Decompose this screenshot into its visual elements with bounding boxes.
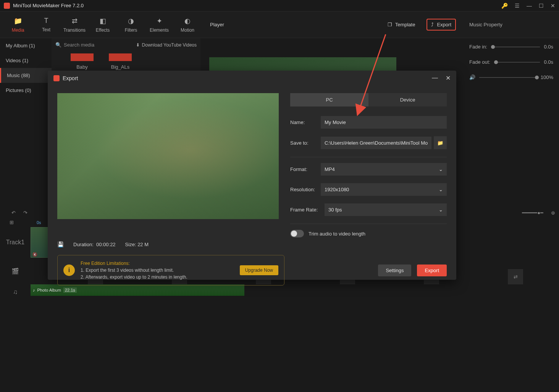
fade-out-slider[interactable] xyxy=(494,62,540,63)
search-icon: 🔍 xyxy=(55,42,61,48)
audio-track-icon: ♫ xyxy=(4,289,27,295)
titlebar: MiniTool MovieMaker Free 7.2.0 🔑 ☰ — ☐ ✕ xyxy=(0,0,559,11)
saveto-input[interactable] xyxy=(321,137,431,149)
sidebar-item-pictures[interactable]: Pictures (0) xyxy=(0,83,52,98)
export-button[interactable]: ⤴ Export xyxy=(427,19,456,31)
volume-value: 100% xyxy=(541,74,553,80)
upgrade-button[interactable]: Upgrade Now xyxy=(240,265,278,275)
elements-icon: ✦ xyxy=(157,17,162,25)
saveto-label: Save to: xyxy=(290,140,321,146)
dialog-logo-icon xyxy=(53,75,60,81)
time-marker: 0s xyxy=(18,220,41,225)
tab-transitions[interactable]: ⇄ Transitions xyxy=(60,11,89,38)
app-title: MiniTool MovieMaker Free 7.2.0 xyxy=(13,3,501,8)
limitations-heading: Free Edition Limitations: xyxy=(81,260,234,267)
name-label: Name: xyxy=(290,119,321,125)
volume-slider[interactable] xyxy=(479,77,537,78)
sidebar-item-my-album[interactable]: My Album (1) xyxy=(0,38,52,53)
effects-icon: ◧ xyxy=(100,17,106,25)
tab-media[interactable]: 📁 Media xyxy=(4,11,32,38)
template-button[interactable]: ❐ Template xyxy=(384,19,419,30)
tab-pc[interactable]: PC xyxy=(290,93,368,106)
limitations-banner: i Free Edition Limitations: 1. Export th… xyxy=(57,255,284,286)
tab-filters[interactable]: ◑ Filters xyxy=(117,11,145,38)
format-select[interactable]: MP4 ⌄ xyxy=(321,163,447,176)
folder-icon: 📁 xyxy=(14,17,22,25)
save-icon: 💾 xyxy=(57,241,64,247)
thumb-image xyxy=(109,53,132,61)
resolution-label: Resolution: xyxy=(290,187,321,192)
add-track-button[interactable]: ⊞ xyxy=(10,219,14,225)
fade-in-value: 0.0s xyxy=(544,44,553,50)
motion-icon: ◐ xyxy=(184,17,191,25)
filters-icon: ◑ xyxy=(128,17,134,25)
media-thumb-bigals[interactable]: Big_ALs xyxy=(109,53,132,70)
fade-out-value: 0.0s xyxy=(544,59,553,65)
text-icon: T xyxy=(44,17,48,25)
dialog-close-icon[interactable]: ✕ xyxy=(446,74,451,82)
search-input[interactable]: 🔍 Search media xyxy=(55,42,94,48)
fade-in-slider[interactable] xyxy=(491,47,540,47)
minimize-icon[interactable]: — xyxy=(527,3,532,9)
key-icon[interactable]: 🔑 xyxy=(501,3,508,9)
sidebar: My Album (1) Videos (1) Music (88) Pictu… xyxy=(0,38,52,206)
export-dialog: Export — ✕ PC Device Name: Save to: xyxy=(48,71,456,280)
maximize-icon[interactable]: ☐ xyxy=(539,3,544,9)
framerate-select[interactable]: 30 fps ⌄ xyxy=(325,203,447,216)
track1-label: Track1 xyxy=(4,239,27,246)
dialog-title: Export xyxy=(63,75,78,81)
tab-device[interactable]: Device xyxy=(368,93,447,106)
name-input[interactable] xyxy=(321,116,447,129)
tab-motion[interactable]: ◐ Motion xyxy=(173,11,202,38)
folder-icon: 📁 xyxy=(437,140,443,146)
info-icon: i xyxy=(63,265,75,276)
volume-icon: 🔊 xyxy=(469,74,475,80)
zoom-fit-button[interactable]: ⊕ xyxy=(551,210,555,216)
music-property-label: Music Property xyxy=(464,11,555,38)
chevron-down-icon: ⌄ xyxy=(439,166,443,172)
download-youtube-link[interactable]: ⬇ Download YouTube Videos xyxy=(136,42,197,48)
hamburger-icon[interactable]: ☰ xyxy=(515,3,520,9)
redo-button[interactable]: ↷ xyxy=(23,210,27,216)
transitions-icon: ⇄ xyxy=(72,17,78,25)
download-icon: ⬇ xyxy=(136,42,140,48)
trim-audio-label: Trim audio to video length xyxy=(309,231,365,237)
layers-icon: ❐ xyxy=(388,22,392,27)
undo-button[interactable]: ↶ xyxy=(11,210,16,216)
mute-icon[interactable]: 🔇 xyxy=(32,252,37,256)
dialog-minimize-icon[interactable]: — xyxy=(432,74,438,82)
player-label: Player xyxy=(210,22,224,27)
properties-panel: Fade in: 0.0s Fade out: 0.0s 🔊 100% xyxy=(464,38,559,206)
fade-out-label: Fade out: xyxy=(469,59,490,65)
video-track-icon: 🎬 xyxy=(4,268,27,275)
transition-slot[interactable]: ⇄ xyxy=(508,269,523,284)
tab-effects[interactable]: ◧ Effects xyxy=(89,11,117,38)
media-thumb-baby[interactable]: Baby xyxy=(71,53,94,70)
resolution-select[interactable]: 1920x1080 ⌄ xyxy=(321,183,447,196)
thumb-image xyxy=(71,53,94,61)
zoom-slider[interactable]: ━━━━━●━ xyxy=(522,210,543,216)
sidebar-item-music[interactable]: Music (88) xyxy=(0,68,52,83)
fade-in-label: Fade in: xyxy=(469,44,487,50)
music-icon: ♪ xyxy=(33,288,35,292)
limitations-line2: 2. Afterwards, export video up to 2 minu… xyxy=(81,274,234,281)
export-confirm-button[interactable]: Export xyxy=(417,265,447,276)
limitations-line1: 1. Export the first 3 videos without len… xyxy=(81,267,234,274)
framerate-label: Frame Rate: xyxy=(290,207,325,213)
chevron-down-icon: ⌄ xyxy=(439,207,443,213)
chevron-down-icon: ⌄ xyxy=(439,187,443,192)
format-label: Format: xyxy=(290,166,321,172)
tab-elements[interactable]: ✦ Elements xyxy=(145,11,173,38)
settings-button[interactable]: Settings xyxy=(378,265,411,276)
export-preview xyxy=(57,93,279,219)
close-icon[interactable]: ✕ xyxy=(551,3,555,9)
sidebar-item-videos[interactable]: Videos (1) xyxy=(0,53,52,68)
app-logo-icon xyxy=(4,3,10,9)
browse-folder-button[interactable]: 📁 xyxy=(434,136,447,149)
tab-text[interactable]: T Text xyxy=(32,11,60,38)
upload-icon: ⤴ xyxy=(431,22,434,27)
trim-audio-toggle[interactable] xyxy=(290,230,304,237)
toolbar: 📁 Media T Text ⇄ Transitions ◧ Effects ◑… xyxy=(0,11,559,38)
